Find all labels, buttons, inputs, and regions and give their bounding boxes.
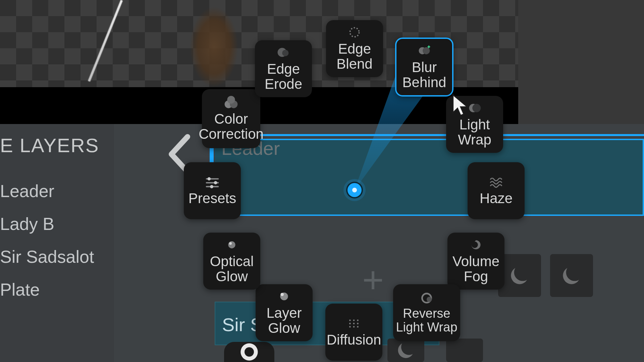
radial-item-label: LayerGlow (266, 305, 302, 336)
radial-item-label: ReverseLight Wrap (396, 307, 457, 334)
layer-name: Lady B (0, 214, 54, 234)
fx-slot[interactable] (387, 339, 424, 362)
svg-point-35 (229, 242, 232, 245)
radial-item-volume-fog[interactable]: VolumeFog (447, 233, 504, 290)
dot-matrix-icon (344, 317, 364, 330)
fx-slot[interactable] (446, 339, 483, 362)
track-top-border (215, 134, 644, 136)
radial-item-label: EdgeErode (265, 61, 302, 92)
ringdot-icon (417, 291, 436, 305)
radial-item-label: LightWrap (458, 117, 491, 147)
radial-item-color-correction[interactable]: ColorCorrection (202, 89, 260, 148)
svg-point-34 (228, 241, 235, 248)
radial-item-layer-glow[interactable]: LayerGlow (256, 284, 313, 341)
svg-point-5 (566, 264, 583, 281)
glowdot-icon (274, 290, 294, 303)
add-effect-placeholder: + (353, 259, 393, 300)
fx-slot[interactable] (224, 342, 274, 362)
radial-item-presets[interactable]: Presets (184, 162, 241, 219)
blur-cross-icon (415, 44, 434, 58)
layers-panel-title: E LAYERS (0, 134, 134, 157)
svg-point-20 (472, 104, 481, 112)
sliders-icon (203, 175, 222, 189)
halfmoon-icon (465, 102, 484, 115)
swirl-icon (466, 238, 486, 252)
svg-point-24 (353, 319, 355, 321)
svg-point-31 (357, 326, 359, 328)
radial-item-haze[interactable]: Haze (468, 162, 525, 219)
app-stage: E LAYERS Leader Lady B Sir Sadsalot Plat… (0, 0, 644, 362)
radial-item-label: EdgeBlend (336, 41, 372, 72)
glowdot-sm-icon (222, 238, 241, 252)
svg-point-27 (353, 323, 355, 324)
layer-name: Leader (0, 181, 54, 201)
radial-menu-origin[interactable] (347, 183, 362, 197)
layer-item[interactable]: Sir Sadsalot (0, 241, 114, 273)
radial-item-blur-behind[interactable]: BlurBehind (395, 38, 453, 97)
fx-slot[interactable] (550, 254, 593, 297)
svg-point-11 (227, 96, 235, 104)
layer-item[interactable]: Lady B (0, 208, 114, 240)
halfmoon-icon (394, 339, 418, 362)
halfmoon-icon (508, 264, 531, 287)
radial-item-label: Diffusion (327, 332, 381, 347)
svg-point-7 (401, 339, 417, 355)
svg-point-22 (427, 297, 432, 302)
svg-point-41 (210, 185, 213, 188)
radial-item-label: Presets (189, 191, 236, 206)
radial-item-label: VolumeFog (452, 254, 499, 284)
glow-icon (237, 340, 261, 362)
svg-point-25 (357, 319, 359, 321)
svg-point-30 (353, 326, 355, 328)
radial-item-diffusion[interactable]: Diffusion (325, 304, 382, 361)
radial-item-optical-glow[interactable]: OpticalGlow (203, 233, 260, 290)
radial-item-edge-blend[interactable]: EdgeBlend (326, 20, 383, 77)
layer-item[interactable]: Leader (0, 175, 114, 207)
svg-point-28 (357, 323, 359, 324)
layer-name: Plate (0, 280, 40, 300)
svg-point-33 (280, 293, 284, 296)
svg-point-3 (514, 264, 531, 281)
svg-point-23 (349, 319, 351, 321)
svg-point-40 (214, 181, 217, 184)
svg-point-39 (208, 177, 211, 181)
halfmoon-icon (560, 264, 583, 287)
radial-item-edge-erode[interactable]: EdgeErode (255, 40, 312, 97)
layer-name: Sir Sadsalot (0, 247, 94, 267)
wave-grid-icon (486, 175, 506, 189)
erode-icon (274, 46, 293, 59)
radial-item-label: OpticalGlow (210, 254, 254, 284)
radial-item-label: BlurBehind (402, 60, 446, 90)
fx-slot[interactable] (498, 254, 541, 297)
svg-point-16 (423, 47, 430, 54)
radial-item-reverse-light-wrap[interactable]: ReverseLight Wrap (393, 284, 460, 341)
layer-item[interactable]: Plate (0, 274, 114, 306)
svg-point-1 (245, 347, 254, 357)
svg-point-26 (349, 323, 351, 324)
dashed-circle-icon (345, 26, 364, 39)
svg-point-14 (350, 28, 359, 37)
svg-point-29 (349, 326, 351, 328)
radial-item-light-wrap[interactable]: LightWrap (446, 96, 503, 153)
tricircle-icon (221, 96, 241, 109)
svg-point-13 (282, 50, 288, 56)
radial-item-label: Haze (480, 191, 513, 206)
radial-item-label: ColorCorrection (199, 111, 264, 142)
